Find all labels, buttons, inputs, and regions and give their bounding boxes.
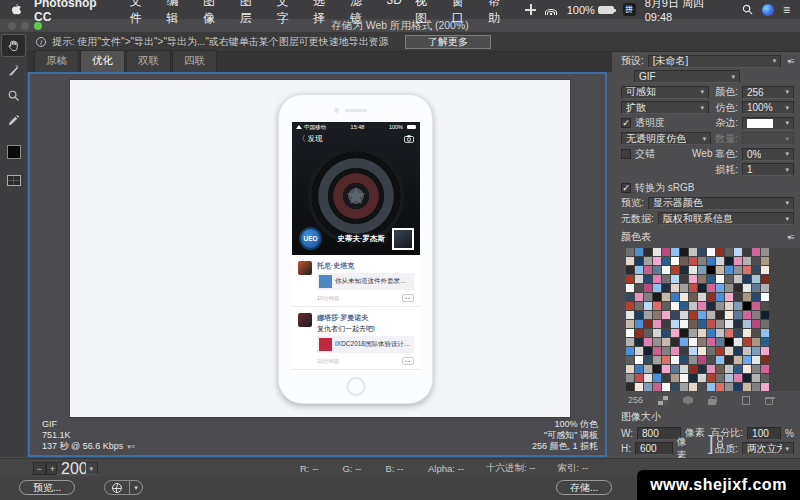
color-swatch[interactable] xyxy=(653,329,661,337)
download-speed-menu-icon[interactable]: ▾≡ xyxy=(127,443,135,450)
color-swatch[interactable] xyxy=(635,329,643,337)
color-swatch[interactable] xyxy=(662,374,670,382)
color-swatch[interactable] xyxy=(752,338,760,346)
color-swatch[interactable] xyxy=(743,248,751,256)
web-shift-icon[interactable] xyxy=(683,396,693,405)
color-swatch[interactable] xyxy=(734,266,742,274)
learn-more-button[interactable]: 了解更多 xyxy=(405,35,491,49)
color-swatch[interactable] xyxy=(653,356,661,364)
srgb-checkbox[interactable]: ✓ xyxy=(621,183,631,193)
color-swatch[interactable] xyxy=(644,311,652,319)
color-swatch[interactable] xyxy=(734,356,742,364)
color-swatch[interactable] xyxy=(734,284,742,292)
color-swatch[interactable] xyxy=(680,275,688,283)
color-swatch[interactable] xyxy=(716,275,724,283)
new-color-icon[interactable] xyxy=(742,396,750,405)
siri-icon[interactable] xyxy=(762,4,774,16)
color-swatch[interactable] xyxy=(752,284,760,292)
color-swatch[interactable] xyxy=(671,257,679,265)
color-swatch[interactable] xyxy=(635,293,643,301)
color-swatch[interactable] xyxy=(752,365,760,373)
color-swatch[interactable] xyxy=(716,356,724,364)
color-swatch[interactable] xyxy=(743,329,751,337)
color-swatch[interactable] xyxy=(644,374,652,382)
color-swatch[interactable] xyxy=(725,266,733,274)
color-swatch[interactable] xyxy=(698,338,706,346)
color-swatch[interactable] xyxy=(707,248,715,256)
color-swatch[interactable] xyxy=(752,347,760,355)
minimize-window-button[interactable] xyxy=(21,22,29,30)
color-swatch[interactable] xyxy=(671,329,679,337)
color-swatch[interactable] xyxy=(689,365,697,373)
color-swatch[interactable] xyxy=(752,356,760,364)
color-swatch[interactable] xyxy=(644,266,652,274)
color-swatch[interactable] xyxy=(716,374,724,382)
color-swatch[interactable] xyxy=(689,248,697,256)
color-swatch[interactable] xyxy=(644,356,652,364)
color-swatch[interactable] xyxy=(689,347,697,355)
color-swatch[interactable] xyxy=(635,320,643,328)
color-swatch[interactable] xyxy=(680,311,688,319)
color-swatch[interactable] xyxy=(635,347,643,355)
menu-3D[interactable]: 3D xyxy=(387,0,402,27)
color-swatch[interactable] xyxy=(653,311,661,319)
color-swatch[interactable] xyxy=(761,374,769,382)
color-swatch[interactable] xyxy=(725,248,733,256)
color-swatch[interactable] xyxy=(653,284,661,292)
color-swatch[interactable] xyxy=(671,383,679,391)
color-swatch[interactable] xyxy=(716,266,724,274)
color-swatch[interactable] xyxy=(662,266,670,274)
color-swatch[interactable] xyxy=(734,383,742,391)
color-swatch[interactable] xyxy=(698,383,706,391)
input-method-icon[interactable]: 拼 xyxy=(623,3,636,16)
color-swatch[interactable] xyxy=(635,374,643,382)
color-swatch[interactable] xyxy=(626,302,634,310)
color-swatch[interactable] xyxy=(680,257,688,265)
color-swatch[interactable] xyxy=(761,266,769,274)
color-swatch[interactable] xyxy=(671,374,679,382)
color-swatch[interactable] xyxy=(752,302,760,310)
color-swatch[interactable] xyxy=(680,248,688,256)
color-swatch[interactable] xyxy=(707,275,715,283)
color-swatch[interactable] xyxy=(743,374,751,382)
color-swatch[interactable] xyxy=(761,383,769,391)
color-swatch[interactable] xyxy=(734,275,742,283)
hand-tool[interactable] xyxy=(2,35,25,56)
color-swatch[interactable] xyxy=(671,338,679,346)
color-swatch[interactable] xyxy=(653,266,661,274)
color-swatch[interactable] xyxy=(680,338,688,346)
color-swatch[interactable] xyxy=(653,374,661,382)
color-swatch[interactable] xyxy=(626,383,634,391)
color-swatch[interactable] xyxy=(662,284,670,292)
color-swatch[interactable] xyxy=(671,302,679,310)
color-swatch[interactable] xyxy=(680,383,688,391)
color-swatch[interactable] xyxy=(644,284,652,292)
preset-select[interactable]: [未命名]▾ xyxy=(648,55,782,68)
color-swatch[interactable] xyxy=(707,338,715,346)
color-swatch[interactable] xyxy=(725,356,733,364)
menu-窗口[interactable]: 窗口 xyxy=(452,0,476,27)
color-swatch[interactable] xyxy=(680,347,688,355)
menu-文字[interactable]: 文字 xyxy=(277,0,301,27)
panel-menu-icon[interactable]: ▾≡ xyxy=(787,57,794,66)
color-swatch[interactable] xyxy=(707,383,715,391)
color-swatch[interactable] xyxy=(671,320,679,328)
color-swatch[interactable] xyxy=(707,257,715,265)
notification-center-icon[interactable]: ≡ xyxy=(783,3,790,17)
color-swatch[interactable] xyxy=(716,248,724,256)
matte-select[interactable]: ▾ xyxy=(742,117,794,130)
color-swatch[interactable] xyxy=(734,347,742,355)
color-swatch[interactable] xyxy=(626,374,634,382)
color-swatch[interactable] xyxy=(635,356,643,364)
color-swatch[interactable] xyxy=(680,266,688,274)
width-input[interactable]: 800 xyxy=(637,427,681,440)
color-swatch[interactable] xyxy=(761,356,769,364)
color-swatch[interactable] xyxy=(707,266,715,274)
color-swatch[interactable] xyxy=(698,284,706,292)
color-swatch[interactable] xyxy=(743,365,751,373)
color-swatch[interactable] xyxy=(671,356,679,364)
color-swatch[interactable] xyxy=(761,329,769,337)
color-swatch[interactable] xyxy=(644,248,652,256)
color-swatch[interactable] xyxy=(689,266,697,274)
color-swatch[interactable] xyxy=(698,293,706,301)
